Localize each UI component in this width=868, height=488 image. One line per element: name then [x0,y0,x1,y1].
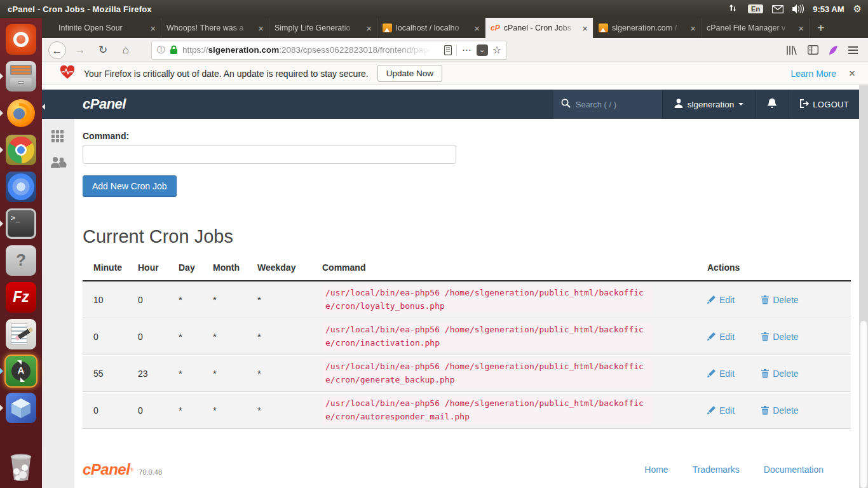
col-hour: Hour [138,262,179,273]
tab-close-icon[interactable]: × [366,23,372,34]
tools-grid-icon[interactable] [51,130,65,142]
table-row: 0 0 * * * /usr/local/bin/ea-php56 /home/… [83,318,851,355]
screenshot-quill-icon[interactable] [829,45,838,55]
virtualbox-icon[interactable] [6,393,36,423]
table-row: 10 0 * * * /usr/local/bin/ea-php56 /home… [83,281,851,318]
focused-window-indicator [39,104,45,110]
cpanel-header-right: slgeneration LOGOUT [553,90,859,119]
desktop: cPanel - Cron Jobs - Mozilla Firefox En … [0,0,868,488]
edit-link[interactable]: Edit [707,405,735,416]
search-input[interactable] [576,100,646,109]
chrome-icon[interactable] [6,135,36,165]
notification-close-icon[interactable]: × [845,67,859,80]
unknown-app-icon[interactable]: ? [6,245,36,276]
notifications-bell[interactable] [756,90,789,119]
site-info-icon[interactable]: ⓘ [157,44,165,56]
footer-link-documentation[interactable]: Documentation [764,464,824,475]
tab-localhost-phpmyadmin[interactable]: localhost / localho × [377,18,485,38]
cell-hour: 0 [138,295,179,305]
home-button[interactable]: ⌂ [117,41,135,59]
edit-link[interactable]: Edit [707,295,735,305]
delete-link[interactable]: Delete [761,369,798,379]
scrollbar-thumb[interactable] [860,321,867,488]
tab-close-icon[interactable]: × [474,23,480,34]
col-weekday: Weekday [257,262,322,273]
forward-button[interactable]: → [71,41,89,59]
tab-close-icon[interactable]: × [582,23,588,34]
tab-title: cPanel File Manager v [707,24,794,32]
cpanel-favicon: cP [491,24,500,32]
tab-close-icon[interactable]: × [690,23,696,34]
cell-command: /usr/local/bin/ea-php56 /home/slgenerati… [322,359,652,387]
url-bar[interactable]: ⓘ https://slgeneration.com:2083/cpsess06… [151,41,507,60]
tab-whoops-error[interactable]: Whoops! There was a × [161,18,269,38]
tab-close-icon[interactable]: × [150,23,156,34]
bell-icon [767,98,777,111]
tab-infinite-open-source[interactable]: Infinite Open Sour × [53,18,161,38]
mail-icon[interactable] [772,5,783,13]
command-input[interactable] [83,145,456,164]
col-day: Day [179,262,213,273]
trash-icon[interactable] [6,452,36,483]
cell-weekday: * [257,294,322,305]
firefox-icon[interactable] [6,98,36,128]
user-menu[interactable]: slgeneration [663,90,756,119]
page-actions-icon[interactable]: ⋯ [456,44,472,56]
page-scrollbar[interactable] [859,85,868,488]
reload-button[interactable]: ↻ [94,41,112,59]
cell-month: * [213,331,257,342]
new-tab-button[interactable]: + [810,18,832,38]
delete-link[interactable]: Delete [761,332,798,342]
delete-link[interactable]: Delete [761,295,798,305]
footer-link-trademarks[interactable]: Trademarks [693,464,740,475]
chromium-disc [8,173,34,200]
version-number: 70.0.48 [139,468,162,476]
terminal-icon[interactable]: >_ [6,208,36,239]
pocket-save-icon[interactable]: ⌄ [477,44,488,56]
clock[interactable]: 9:53 AM [813,4,844,14]
notification-message: Your Firefox is critically out of date. … [84,69,369,79]
page-viewport: cPanel slgeneration LOGOUT [0,85,868,488]
tab-close-icon[interactable]: × [258,23,264,34]
file-manager-icon[interactable] [6,61,36,92]
tab-title: Infinite Open Sour [58,24,146,32]
trash-basket [10,454,32,482]
tab-cpanel-file-manager[interactable]: cPanel File Manager v × [702,18,810,38]
footer-link-home[interactable]: Home [644,464,668,475]
url-text: https://slgeneration.com:2083/cpsess0622… [182,45,440,55]
volume-icon[interactable] [792,4,804,13]
toolbar-right-icons [786,45,862,55]
update-now-button[interactable]: Update Now [377,65,442,82]
menu-hamburger-icon[interactable] [848,46,858,54]
sidebars-icon[interactable] [808,45,818,55]
header-search[interactable] [553,90,663,119]
chromium-icon[interactable] [6,172,36,202]
edit-link[interactable]: Edit [707,332,735,342]
logout-button[interactable]: LOGOUT [789,90,859,119]
anki-icon[interactable]: A [6,356,36,386]
filezilla-icon[interactable]: Fz [6,282,36,313]
tab-slgeneration-phpmyadmin[interactable]: slgeneration.com / × [593,18,702,38]
back-button[interactable]: ← [48,41,66,59]
update-notification-bar: Your Firefox is critically out of date. … [0,62,868,85]
edit-link[interactable]: Edit [707,369,735,379]
keyboard-layout-indicator[interactable]: En [748,4,763,13]
https-lock-icon [170,45,178,55]
tab-title: slgeneration.com / [612,24,686,32]
tab-simply-life-generation[interactable]: Simply Life Generatio × [269,18,377,38]
session-gear-icon[interactable]: ⚙ [853,3,862,15]
library-icon[interactable] [786,45,797,55]
tab-cpanel-cron-jobs-active[interactable]: cP cPanel - Cron Jobs × [485,18,593,38]
reader-mode-icon[interactable] [444,45,452,55]
network-arrows-icon[interactable] [729,4,739,13]
text-editor-icon[interactable] [6,319,36,349]
ubuntu-launcher: >_ ? Fz A [0,18,42,488]
add-new-cron-job-button[interactable]: Add New Cron Job [83,175,177,197]
tab-close-icon[interactable]: × [798,23,804,34]
delete-link[interactable]: Delete [761,405,798,416]
learn-more-link[interactable]: Learn More [790,69,836,79]
users-group-icon[interactable] [50,156,74,172]
ubuntu-dash-icon[interactable] [6,24,36,55]
firefox-nav-toolbar: ← → ↻ ⌂ ⓘ https://slgeneration.com:2083/… [0,38,868,62]
bookmark-star-icon[interactable]: ☆ [492,44,501,56]
